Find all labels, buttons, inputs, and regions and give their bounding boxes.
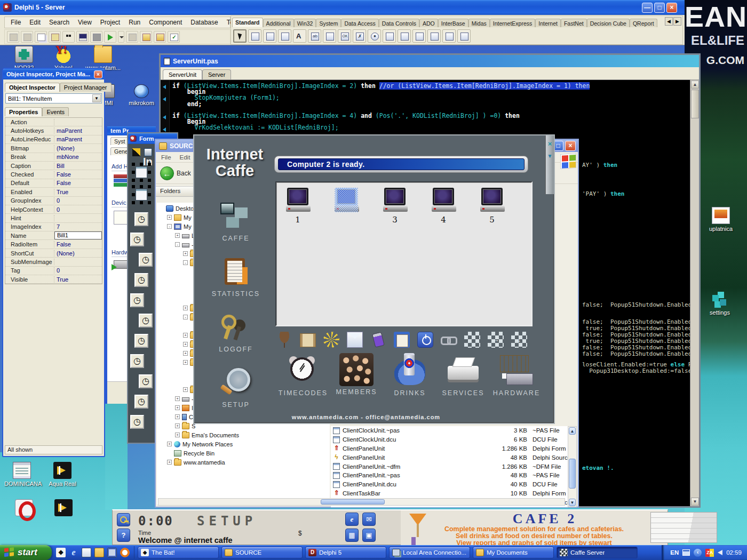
palette-tab-data-controls[interactable]: Data Controls: [379, 19, 419, 27]
tree-expand-toggle[interactable]: +: [175, 396, 180, 401]
computer-5[interactable]: 5: [480, 188, 504, 225]
zonealarm-icon[interactable]: ZA: [705, 549, 714, 557]
property-row-name[interactable]: NameBill1: [5, 231, 102, 240]
timer-component[interactable]: ◷: [139, 314, 153, 327]
tree-expand-toggle[interactable]: +: [183, 387, 188, 392]
file-row-clientpanelunit-dfm[interactable]: ClientPanelUnit.~dfm1.286 KB~DFM File: [331, 462, 569, 471]
close-button[interactable]: ×: [666, 3, 677, 13]
tree-expand-toggle[interactable]: +: [175, 414, 180, 419]
scroll-icon[interactable]: [300, 333, 316, 347]
palette-tab-ado[interactable]: ADO: [419, 19, 438, 27]
property-row-break[interactable]: BreakmbNone: [5, 153, 102, 162]
palette-component-radiobutton[interactable]: [368, 29, 381, 43]
grid-down-icon[interactable]: ↓: [511, 332, 527, 348]
scroll-down-icon[interactable]: ▼: [691, 498, 699, 506]
tree-expand-toggle[interactable]: +: [183, 251, 188, 256]
caffe-button[interactable]: CAFFE: [203, 201, 269, 242]
menu-project[interactable]: Project: [97, 18, 124, 27]
palette-component-combobox[interactable]: [398, 29, 411, 43]
media-quicklaunch-icon[interactable]: [120, 548, 130, 557]
palette-scroll-left[interactable]: ◀: [665, 17, 673, 26]
file-row-clienttaskbar[interactable]: ⇑ClientTaskBar10 KBDelphi Form: [331, 489, 569, 498]
chevron-down-icon[interactable]: ▼: [92, 94, 101, 102]
scrollbar-thumb[interactable]: [569, 459, 576, 489]
menu-component[interactable]: Component: [145, 18, 186, 27]
inspector-titlebar[interactable]: Object Inspector, Project Ma... ×: [3, 69, 104, 79]
timer-component[interactable]: ◷: [130, 233, 144, 246]
computer-3[interactable]: 3: [383, 188, 407, 225]
task-my-documents[interactable]: My Documents: [473, 547, 554, 558]
task-source[interactable]: SOURCE: [221, 547, 303, 558]
palette-tab-standard[interactable]: Standard: [232, 18, 263, 27]
timer-component[interactable]: ◷: [130, 415, 144, 429]
desktop-icon-settings[interactable]: settings: [702, 291, 737, 316]
property-row-bitmap[interactable]: Bitmap(None): [5, 144, 102, 153]
key-button[interactable]: [117, 513, 130, 526]
apps-button[interactable]: ▦: [345, 529, 359, 542]
clipboard-icon[interactable]: [394, 332, 410, 348]
palette-component-panel[interactable]: [457, 29, 471, 43]
tree-expand-toggle[interactable]: +: [183, 333, 188, 338]
task-caffe-server[interactable]: Caffe Server: [557, 547, 638, 558]
close-icon[interactable]: ×: [546, 140, 554, 148]
grid-icon[interactable]: [464, 332, 480, 348]
undo-button[interactable]: [7, 31, 19, 43]
desktop-icon-antamedia-folder[interactable]: www.antam...: [85, 46, 121, 71]
property-row-autolinereduc[interactable]: AutoLineReducmaParent: [5, 135, 102, 144]
editor-scrollbar[interactable]: ▲ ▼: [690, 80, 699, 506]
remove-file-button[interactable]: [154, 31, 166, 43]
desktop-icon-dominicana[interactable]: DOMINICANA: [4, 462, 39, 487]
save-button[interactable]: [76, 31, 89, 43]
setup-button[interactable]: SETUP: [203, 367, 269, 409]
menu-database[interactable]: Database: [187, 18, 221, 27]
property-row-helpcontext[interactable]: HelpContext0: [5, 205, 102, 214]
speaker-icon[interactable]: [718, 550, 722, 555]
tree-expand-toggle[interactable]: +: [167, 460, 172, 465]
scrollbar-thumb[interactable]: [321, 499, 385, 505]
tree-expand-toggle[interactable]: +: [183, 342, 188, 347]
tree-expand-toggle[interactable]: +: [175, 405, 180, 410]
close-button[interactable]: ×: [565, 141, 576, 151]
selected-component[interactable]: [136, 166, 147, 178]
palette-component-scrollbar[interactable]: [412, 29, 426, 43]
palette-component-mainmenu[interactable]: [263, 29, 276, 43]
paste-button[interactable]: [49, 31, 61, 43]
power-icon[interactable]: [417, 332, 433, 348]
property-row-groupindex[interactable]: GroupIndex0: [5, 197, 102, 205]
statistics-button[interactable]: STATISTICS: [203, 256, 269, 298]
palette-tab-system[interactable]: System: [316, 19, 341, 27]
folder-quicklaunch-icon[interactable]: [94, 548, 104, 557]
palette-tab-internet[interactable]: Internet: [535, 19, 561, 27]
run-button[interactable]: [104, 31, 116, 43]
computer-quicklaunch-icon[interactable]: [107, 548, 117, 557]
selected-component[interactable]: [136, 189, 147, 201]
tree-expand-toggle[interactable]: +: [167, 442, 172, 446]
burst-icon[interactable]: [323, 332, 339, 348]
palette-component-memo[interactable]: [323, 29, 336, 43]
chevron-left-icon[interactable]: ‹: [694, 549, 702, 557]
palette-tab-midas[interactable]: Midas: [468, 19, 490, 27]
scrollbar-thumb[interactable]: [691, 90, 699, 118]
timer-component[interactable]: ◷: [134, 273, 148, 287]
file-row-clientclockunit-pas[interactable]: ClientClockUnit.~pas3 KB~PAS File: [331, 426, 569, 435]
palette-component-frames[interactable]: [248, 29, 261, 43]
desktop-icon-fish[interactable]: [46, 499, 81, 518]
palette-tab-internetexpress[interactable]: InternetExpress: [490, 19, 536, 27]
help-button[interactable]: ?: [117, 529, 130, 542]
tab-object-inspector[interactable]: Object Inspector: [5, 83, 60, 92]
save-all-button[interactable]: [90, 31, 102, 43]
timecodes-button[interactable]: TIMECODES: [276, 352, 330, 397]
property-row-checked[interactable]: CheckedFalse: [5, 170, 102, 179]
tree-expand-toggle[interactable]: -: [167, 224, 172, 229]
tree-expand-toggle[interactable]: -: [183, 260, 188, 265]
maximize-button[interactable]: □: [654, 3, 665, 13]
start-button[interactable]: start: [0, 545, 52, 560]
palette-tab-data-access[interactable]: Data Access: [341, 19, 378, 27]
palette-tab-decision-cube[interactable]: Decision Cube: [587, 19, 630, 27]
tab-events[interactable]: Events: [42, 107, 69, 116]
property-row-visible[interactable]: VisibleTrue: [5, 275, 102, 284]
property-row-autohotkeys[interactable]: AutoHotkeysmaParent: [5, 126, 102, 135]
tab-server[interactable]: Server: [202, 69, 231, 79]
close-button[interactable]: ×: [94, 70, 102, 78]
tree-expand-toggle[interactable]: +: [175, 233, 180, 238]
